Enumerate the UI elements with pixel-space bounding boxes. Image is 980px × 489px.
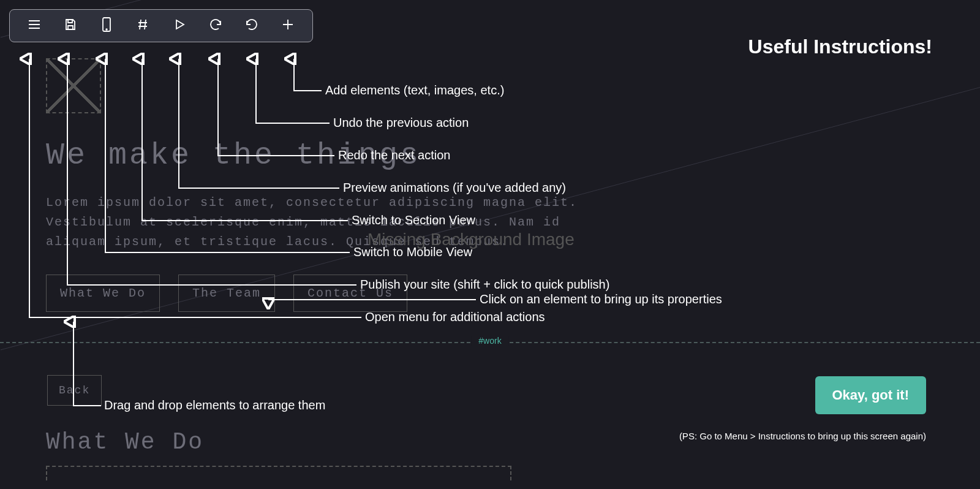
instructions-title: Useful Instructions! — [748, 36, 932, 58]
save-icon — [63, 17, 78, 34]
mobile-icon — [100, 17, 113, 35]
image-placeholder[interactable] — [46, 466, 511, 480]
menu-icon — [27, 17, 42, 34]
preview-button[interactable] — [167, 13, 192, 39]
section-anchor-badge[interactable]: #work — [471, 336, 508, 346]
undo-button[interactable] — [239, 13, 265, 39]
ok-got-it-button[interactable]: Okay, got it! — [815, 376, 927, 414]
instruction-redo: Redo the next action — [338, 148, 450, 162]
instructions-ps-note: (PS: Go to Menu > Instructions to bring … — [679, 431, 926, 441]
instruction-undo: Undo the previous action — [333, 116, 469, 130]
hash-icon — [135, 17, 150, 34]
svg-point-1 — [106, 29, 107, 30]
hero-nav-buttons: What We Do The Team Contact Us — [46, 275, 407, 312]
image-placeholder[interactable] — [46, 58, 101, 113]
redo-icon — [208, 17, 223, 34]
instruction-click: Click on an element to bring up its prop… — [480, 292, 722, 306]
plus-icon — [281, 17, 295, 34]
hero-paragraph[interactable]: Lorem ipsum dolor sit amet, consectetur … — [46, 193, 578, 252]
instruction-drag: Drag and drop elements to arrange them — [104, 398, 325, 412]
editor-canvas: We make the things Lorem ipsum dolor sit… — [0, 0, 980, 489]
instruction-sections: Switch to Section View — [352, 213, 475, 227]
section-divider — [0, 342, 980, 343]
section-title[interactable]: What We Do — [46, 429, 204, 455]
undo-icon — [244, 17, 259, 34]
main-toolbar — [9, 9, 313, 42]
section-view-button[interactable] — [130, 13, 156, 39]
nav-button[interactable]: The Team — [178, 275, 275, 312]
instruction-preview: Preview animations (if you've added any) — [343, 181, 566, 195]
redo-button[interactable] — [203, 13, 228, 39]
instruction-menu: Open menu for additional actions — [365, 310, 545, 324]
instruction-arrows — [0, 0, 980, 489]
nav-button[interactable]: What We Do — [46, 275, 160, 312]
instruction-mobile: Switch to Mobile View — [353, 245, 472, 259]
publish-button[interactable] — [58, 13, 83, 39]
back-button[interactable]: Back — [47, 375, 102, 406]
menu-button[interactable] — [21, 13, 47, 39]
play-icon — [172, 17, 187, 34]
mobile-view-button[interactable] — [94, 13, 119, 39]
instruction-add: Add elements (text, images, etc.) — [325, 83, 504, 97]
instruction-publish: Publish your site (shift + click to quic… — [360, 278, 609, 292]
add-element-button[interactable] — [275, 13, 301, 39]
